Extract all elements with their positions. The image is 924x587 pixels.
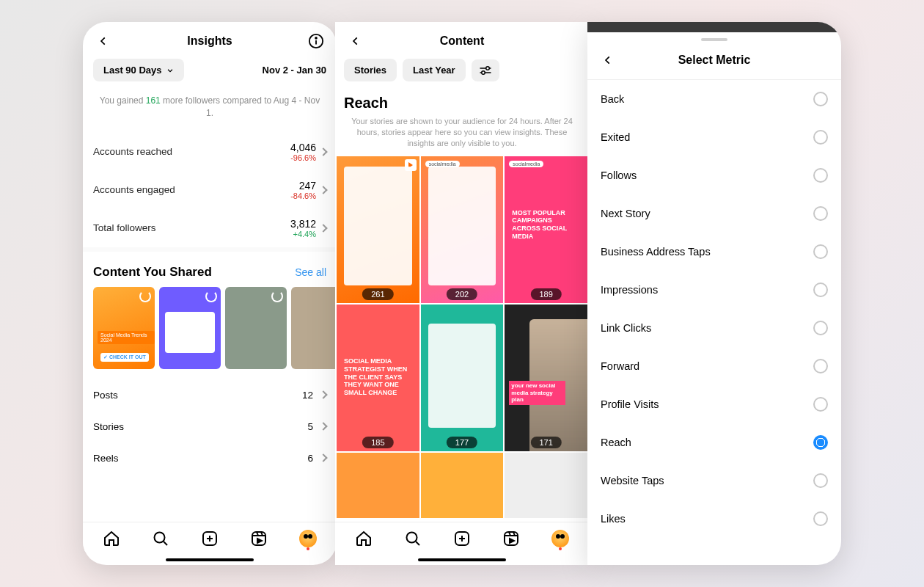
svg-point-14 xyxy=(485,66,489,70)
content-thumb[interactable] xyxy=(159,287,221,369)
metric-option[interactable]: Next Story xyxy=(587,194,841,233)
metric-option-label: Exited xyxy=(601,131,630,143)
followers-gain-line: You gained 161 more followers compared t… xyxy=(83,92,337,133)
reach-heading: Reach xyxy=(335,89,589,116)
metric-option[interactable]: Business Address Taps xyxy=(587,233,841,271)
radio-icon xyxy=(813,359,828,373)
metric-option-label: Link Clicks xyxy=(601,322,651,334)
metric-label: Accounts reached xyxy=(93,146,172,157)
metric-delta: -96.6% xyxy=(290,153,316,162)
content-thumbnails: Social Media Trends 2024 ✓ CHECK IT OUT xyxy=(83,287,337,369)
story-item[interactable]: 177 xyxy=(421,305,504,451)
radio-icon xyxy=(813,397,828,412)
search-icon[interactable] xyxy=(152,530,169,547)
story-count: 185 xyxy=(362,437,393,448)
metric-option[interactable]: Profile Visits xyxy=(587,385,841,423)
svg-point-2 xyxy=(315,37,317,39)
story-item[interactable] xyxy=(505,453,587,518)
back-button[interactable] xyxy=(598,50,618,70)
svg-line-4 xyxy=(164,542,167,545)
filter-content-type[interactable]: Stories xyxy=(344,59,397,81)
date-range-chip-label: Last 90 Days xyxy=(103,65,162,76)
content-type-count: 6 xyxy=(307,453,313,464)
info-icon[interactable] xyxy=(306,31,326,51)
radio-icon xyxy=(813,130,828,145)
radio-icon xyxy=(813,321,828,335)
create-icon[interactable] xyxy=(453,530,471,547)
metric-row[interactable]: Accounts reached 4,046 -96.6% xyxy=(83,133,337,171)
metric-option-label: Business Address Taps xyxy=(601,246,711,258)
metric-option[interactable]: Follows xyxy=(587,156,841,194)
insights-panel: Insights Last 90 Days Nov 2 - Jan 30 You… xyxy=(83,22,337,565)
story-item[interactable] xyxy=(337,453,419,518)
content-count-row[interactable]: Reels 6 xyxy=(83,442,337,474)
content-thumb[interactable] xyxy=(291,287,337,369)
metric-option[interactable]: Likes xyxy=(587,500,841,538)
content-count-row[interactable]: Stories 5 xyxy=(83,411,337,442)
radio-icon xyxy=(813,168,828,183)
search-icon[interactable] xyxy=(404,530,422,547)
metric-delta: +4.4% xyxy=(290,230,316,238)
metric-option[interactable]: Link Clicks xyxy=(587,309,841,347)
profile-icon[interactable] xyxy=(551,530,569,547)
profile-icon[interactable] xyxy=(299,530,317,547)
reach-description: Your stories are shown to your audience … xyxy=(335,116,589,156)
metric-row[interactable]: Accounts engaged 247 -84.6% xyxy=(83,171,337,209)
story-item[interactable]: socialmedia 202 xyxy=(421,156,504,303)
story-count: 171 xyxy=(530,437,561,448)
metric-option-label: Impressions xyxy=(601,284,658,296)
radio-icon xyxy=(813,244,828,259)
svg-point-17 xyxy=(407,533,417,543)
content-thumb[interactable]: Social Media Trends 2024 ✓ CHECK IT OUT xyxy=(93,287,155,369)
page-title: Select Metric xyxy=(618,54,810,67)
story-item[interactable]: your new social media strategy plan 171 xyxy=(505,305,587,451)
see-all-link[interactable]: See all xyxy=(295,266,326,278)
select-metric-panel: Select Metric Back Exited Follows Next S… xyxy=(587,22,841,565)
svg-line-18 xyxy=(416,542,419,545)
metric-option[interactable]: Website Taps xyxy=(587,462,841,500)
page-title: Insights xyxy=(114,34,306,48)
metric-option[interactable]: Impressions xyxy=(587,271,841,309)
create-icon[interactable] xyxy=(201,530,219,547)
content-count-row[interactable]: Posts 12 xyxy=(83,379,337,411)
metric-option-label: Reach xyxy=(601,437,631,448)
metric-option-label: Back xyxy=(601,93,624,105)
chevron-right-icon xyxy=(319,147,327,156)
chevron-right-icon xyxy=(319,224,327,232)
reels-icon[interactable] xyxy=(250,530,268,547)
date-range-chip[interactable]: Last 90 Days xyxy=(93,59,184,81)
date-range-text: Nov 2 - Jan 30 xyxy=(263,65,326,76)
story-item[interactable]: socialmedia MOST POPULAR CAMPAIGNS ACROS… xyxy=(505,156,587,303)
home-indicator xyxy=(418,558,506,561)
metric-option[interactable]: Reach xyxy=(587,423,841,462)
home-icon[interactable] xyxy=(355,530,373,547)
content-header: Content xyxy=(335,22,589,59)
metric-option[interactable]: Exited xyxy=(587,118,841,156)
metric-option-label: Website Taps xyxy=(601,475,664,486)
metric-label: Total followers xyxy=(93,222,156,233)
story-count: 261 xyxy=(362,288,393,300)
story-item[interactable] xyxy=(421,453,504,518)
metric-row[interactable]: Total followers 3,812 +4.4% xyxy=(83,209,337,247)
story-item[interactable]: 261 xyxy=(337,156,419,303)
back-button[interactable] xyxy=(93,31,114,51)
content-type-label: Posts xyxy=(93,390,118,401)
home-icon[interactable] xyxy=(103,530,120,547)
status-bar xyxy=(587,22,841,32)
content-panel: Content Stories Last Year Reach Your sto… xyxy=(335,22,589,565)
radio-icon xyxy=(813,282,828,297)
content-type-count: 12 xyxy=(302,390,313,401)
chevron-right-icon xyxy=(319,422,327,430)
story-item[interactable]: SOCIAL MEDIA STRATEGIST WHEN THE CLIENT … xyxy=(337,305,419,451)
chevron-right-icon xyxy=(319,390,327,398)
back-button[interactable] xyxy=(345,31,366,51)
metric-delta: -84.6% xyxy=(290,192,316,200)
page-title: Content xyxy=(366,34,558,48)
metric-option-label: Likes xyxy=(601,513,626,525)
filter-settings-icon[interactable] xyxy=(472,59,499,81)
metric-option[interactable]: Back xyxy=(587,80,841,118)
filter-time-range[interactable]: Last Year xyxy=(403,59,466,81)
reels-icon[interactable] xyxy=(502,530,520,547)
content-thumb[interactable] xyxy=(225,287,287,369)
metric-option[interactable]: Forward xyxy=(587,347,841,385)
